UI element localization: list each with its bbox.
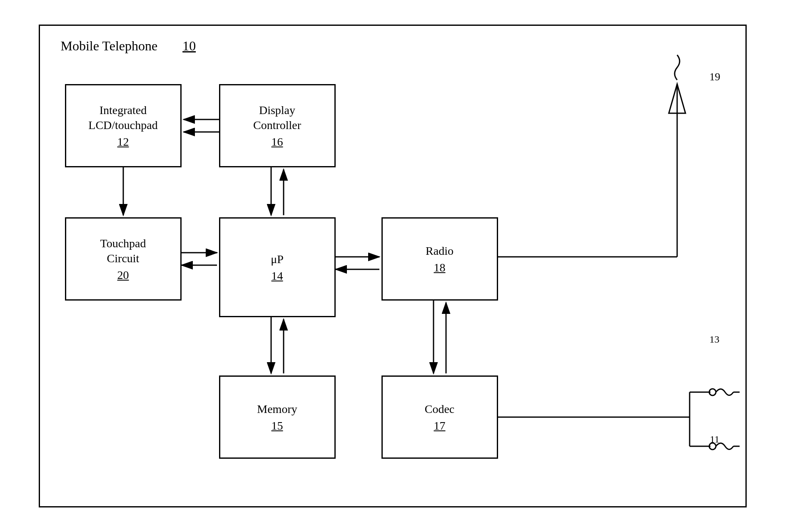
lcd-number: 12 xyxy=(117,135,129,149)
title-area: Mobile Telephone 10 xyxy=(61,38,196,54)
touchpad-block: TouchpadCircuit 20 xyxy=(65,217,182,301)
codec-number: 17 xyxy=(434,419,446,433)
svg-marker-17 xyxy=(669,84,685,113)
memory-label: Memory xyxy=(257,402,297,417)
diagram-title: Mobile Telephone xyxy=(61,38,158,54)
touchpad-number: 20 xyxy=(117,268,129,282)
radio-number: 18 xyxy=(434,261,446,274)
memory-block: Memory 15 xyxy=(219,375,336,459)
up-label: μP xyxy=(271,252,284,267)
codec-block: Codec 17 xyxy=(381,375,498,459)
lcd-label: IntegratedLCD/touchpad xyxy=(88,103,157,133)
connector-top-label: 13 xyxy=(710,334,720,345)
codec-label: Codec xyxy=(425,402,455,417)
connector-bottom-label: 11 xyxy=(710,434,719,445)
up-block: μP 14 xyxy=(219,217,336,317)
display-controller-number: 16 xyxy=(272,135,283,149)
diagram-container: Mobile Telephone 10 IntegratedLCD/touchp… xyxy=(39,25,747,507)
svg-point-22 xyxy=(709,389,716,395)
display-controller-label: DisplayController xyxy=(253,103,301,133)
radio-block: Radio 18 xyxy=(381,217,498,301)
lcd-block: IntegratedLCD/touchpad 12 xyxy=(65,84,182,167)
memory-number: 15 xyxy=(272,419,283,433)
touchpad-label: TouchpadCircuit xyxy=(100,236,146,266)
radio-label: Radio xyxy=(426,244,454,259)
diagram-number: 10 xyxy=(182,38,196,54)
antenna-label: 19 xyxy=(710,71,720,83)
display-controller-block: DisplayController 16 xyxy=(219,84,336,167)
up-number: 14 xyxy=(272,269,283,283)
